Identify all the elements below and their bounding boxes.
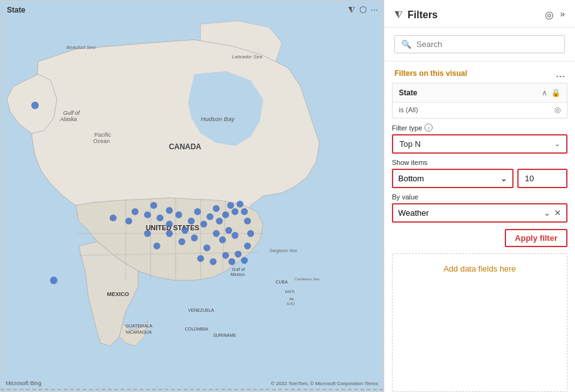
state-eye-icon[interactable]: ◎ [554,105,561,114]
svg-point-61 [213,230,219,237]
svg-point-60 [203,245,210,252]
svg-point-31 [31,102,39,109]
filter-header-icons: ◎ » [545,9,565,21]
by-value-select[interactable]: Weather ⌄ ✕ [392,203,567,223]
svg-point-46 [206,213,213,220]
svg-text:Sargasso Sea: Sargasso Sea [270,248,297,253]
svg-text:COLOMBIA: COLOMBIA [185,327,208,331]
apply-filter-button[interactable]: Apply filter [505,229,567,247]
svg-point-32 [50,277,58,284]
svg-text:GUATEMALA: GUATEMALA [125,324,152,328]
filters-visual-header: Filters on this visual ... [384,61,575,83]
chevron-right-icon[interactable]: » [560,9,565,21]
svg-text:Labrador Sea: Labrador Sea [232,54,263,60]
state-filter-card: State ∧ 🔒 is (All) ◎ [392,83,567,119]
filter-type-label: Filter type i [392,124,567,132]
svg-point-69 [235,251,241,258]
filters-more-button[interactable]: ... [556,68,565,79]
svg-point-36 [144,211,151,218]
svg-point-51 [231,208,238,215]
show-items-chevron-icon: ⌄ [500,174,507,183]
state-filter-icons: ∧ 🔒 [542,88,561,97]
svg-point-62 [219,236,226,243]
svg-text:HAITI: HAITI [285,290,295,294]
svg-point-43 [188,218,195,225]
svg-point-49 [222,211,229,218]
svg-point-52 [236,201,243,208]
show-items-count-input[interactable] [517,169,567,188]
svg-text:MEXICO: MEXICO [107,291,129,297]
filter-type-value: Top N [399,139,421,149]
svg-text:Ocean: Ocean [93,138,110,144]
add-data-fields-area[interactable]: Add data fields here [392,253,567,392]
svg-point-65 [197,255,204,262]
svg-point-39 [166,207,173,214]
svg-point-48 [216,218,223,225]
eye-icon[interactable]: ◎ [545,9,554,21]
svg-text:CANADA: CANADA [169,142,201,151]
svg-point-57 [191,235,198,241]
by-value-clear-icon[interactable]: ✕ [554,208,561,218]
filter-type-info-icon[interactable]: i [425,124,433,132]
svg-text:Pacific: Pacific [95,132,112,138]
svg-text:Gulf of: Gulf of [63,110,81,116]
filter-type-section: Filter type i Top N ⌄ [384,124,575,159]
by-value-icons: ⌄ ✕ [544,208,561,218]
svg-text:NICARAGUA: NICARAGUA [125,330,152,334]
show-items-direction-value: Bottom [398,174,424,183]
search-container: 🔍 [384,28,575,61]
state-filter-value: is (All) [399,106,418,114]
export-icon[interactable]: ⬡ [359,4,367,15]
lock-icon[interactable]: 🔒 [551,88,561,97]
by-value-section: By value Weather ⌄ ✕ [384,193,575,229]
svg-text:Hudson Bay: Hudson Bay [201,115,235,122]
filter-type-chevron-icon: ⌄ [554,140,560,148]
svg-point-33 [110,215,117,221]
svg-point-38 [157,215,164,221]
map-toolbar: ⧨ ⬡ ··· [348,4,378,15]
map-svg: Gulf of Alaska Pacific Ocean Hudson Bay … [1,1,383,391]
svg-point-68 [228,258,235,265]
search-input[interactable] [416,40,558,49]
svg-text:CUBA: CUBA [276,280,288,284]
svg-point-66 [209,258,216,265]
svg-point-47 [213,205,219,212]
filters-visual-label: Filters on this visual [394,69,467,78]
show-items-direction-select[interactable]: Bottom ⌄ [392,169,514,188]
svg-text:Caribbean Sea: Caribbean Sea [294,277,320,281]
svg-text:SURINAME: SURINAME [213,333,236,337]
svg-point-54 [244,218,251,225]
filter-type-select[interactable]: Top N ⌄ [392,134,567,154]
bing-logo: Microsoft Bing [6,380,41,386]
state-filter-name: State [399,88,417,97]
show-items-label: Show items [392,159,567,166]
svg-point-37 [150,202,157,209]
svg-point-55 [166,230,173,237]
svg-text:Gulf of: Gulf of [232,267,245,272]
svg-point-67 [222,252,229,259]
by-value-value: Weather [398,208,429,218]
map-attribution: © 2022 TomTom, © Microsoft Corporation T… [271,381,378,386]
svg-text:VENEZUELA: VENEZUELA [188,308,214,312]
by-value-chevron-icon[interactable]: ⌄ [544,208,551,218]
by-value-label: By value [392,193,567,201]
filter-panel: ⧨ Filters ◎ » 🔍 Filters on this visual .… [384,0,575,392]
search-box: 🔍 [394,35,565,53]
filter-icon[interactable]: ⧨ [348,4,356,15]
state-filter-card-header: State ∧ 🔒 [393,83,567,103]
svg-point-59 [154,243,161,250]
svg-point-64 [231,232,238,239]
filter-header: ⧨ Filters ◎ » [384,0,575,28]
svg-point-58 [144,230,151,237]
svg-point-40 [166,221,173,228]
svg-point-35 [132,208,139,215]
state-filter-body: is (All) ◎ [393,103,567,118]
apply-filter-row: Apply filter [384,229,575,253]
svg-point-42 [182,227,189,234]
svg-point-56 [179,238,186,245]
chevron-up-icon[interactable]: ∧ [542,88,547,97]
search-icon: 🔍 [401,40,411,49]
more-icon[interactable]: ··· [371,4,378,15]
svg-text:Beaufort Sea: Beaufort Sea [66,45,96,50]
svg-point-63 [225,227,232,234]
